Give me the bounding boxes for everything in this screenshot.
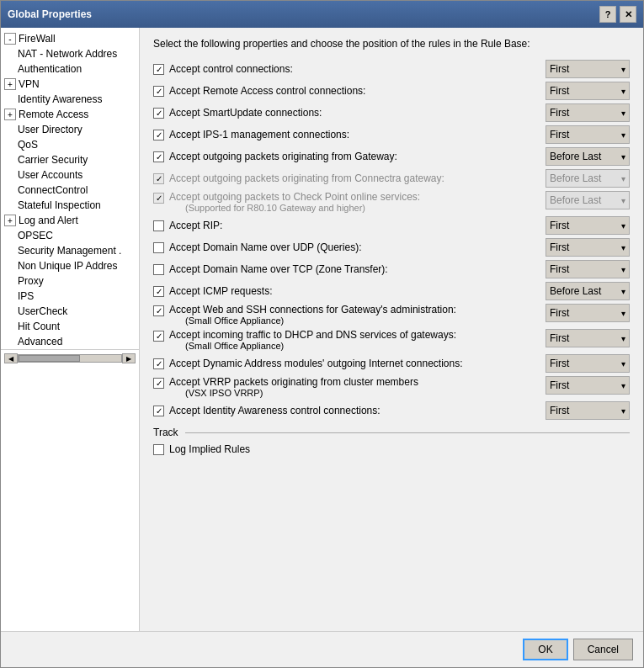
rule-control-connections: Accept control connections: First ▾ bbox=[153, 60, 630, 78]
sidebar-item-label: Stateful Inspection bbox=[18, 199, 101, 211]
checkbox-dynamic-address[interactable] bbox=[153, 358, 164, 369]
subtext-web-ssh: (Small Office Appliance) bbox=[169, 315, 456, 326]
separator-line bbox=[185, 432, 630, 433]
dropdown-identity-awareness-control[interactable]: First ▾ bbox=[546, 401, 630, 420]
checkbox-identity-awareness-control[interactable] bbox=[153, 406, 164, 416]
dropdown-smartupdate[interactable]: First ▾ bbox=[546, 103, 630, 122]
sidebar-item-security-management[interactable]: Security Management . bbox=[1, 243, 139, 258]
dialog-footer: OK Cancel bbox=[1, 631, 643, 667]
chevron-down-icon: ▾ bbox=[621, 334, 625, 343]
checkbox-vrrp[interactable] bbox=[153, 378, 164, 389]
chevron-down-icon: ▾ bbox=[621, 174, 625, 183]
rule-identity-awareness-control: Accept Identity Awareness control connec… bbox=[153, 401, 630, 420]
subtext-vrrp: (VSX IPSO VRRP) bbox=[169, 388, 418, 398]
expand-icon-log-and-alert: + bbox=[4, 215, 16, 226]
rule-outgoing-connectra: Accept outgoing packets originating from… bbox=[153, 169, 630, 188]
checkbox-dns-tcp[interactable] bbox=[153, 264, 164, 275]
title-bar: Global Properties ? ✕ bbox=[1, 1, 643, 28]
dropdown-ips1-management[interactable]: First ▾ bbox=[546, 125, 630, 144]
dropdown-value: First bbox=[550, 241, 569, 253]
dropdown-value: First bbox=[550, 332, 569, 344]
label-icmp: Accept ICMP requests: bbox=[169, 285, 546, 297]
dropdown-dns-tcp[interactable]: First ▾ bbox=[546, 260, 630, 278]
close-button[interactable]: ✕ bbox=[620, 6, 636, 23]
checkbox-outgoing-gateway[interactable] bbox=[153, 151, 164, 162]
sidebar-item-vpn[interactable]: + VPN bbox=[1, 77, 139, 92]
dropdown-value: First bbox=[550, 129, 569, 140]
sidebar-item-log-and-alert[interactable]: + Log and Alert bbox=[1, 213, 139, 228]
main-content: Select the following properties and choo… bbox=[140, 28, 643, 631]
dropdown-value: First bbox=[550, 63, 569, 75]
rule-remote-access-control: Accept Remote Access control connections… bbox=[153, 82, 630, 100]
sidebar-item-user-accounts[interactable]: User Accounts bbox=[1, 167, 139, 183]
dropdown-control-connections[interactable]: First ▾ bbox=[546, 60, 630, 78]
sidebar-item-proxy[interactable]: Proxy bbox=[1, 273, 139, 289]
checkbox-control-connections[interactable] bbox=[153, 64, 164, 75]
dropdown-dhcp-dns[interactable]: First ▾ bbox=[546, 329, 630, 347]
dropdown-remote-access-control[interactable]: First ▾ bbox=[546, 82, 630, 100]
dropdown-rip[interactable]: First ▾ bbox=[546, 216, 630, 235]
scroll-left-btn[interactable]: ◀ bbox=[4, 353, 18, 363]
sidebar-item-label: Non Unique IP Addres bbox=[18, 260, 118, 272]
label-outgoing-gateway: Accept outgoing packets originating from… bbox=[169, 151, 546, 162]
sidebar-item-non-unique-ip[interactable]: Non Unique IP Addres bbox=[1, 258, 139, 273]
label-web-ssh: Accept Web and SSH connections for Gatew… bbox=[169, 304, 456, 315]
label-outgoing-checkpoint: Accept outgoing packets to Check Point o… bbox=[169, 191, 420, 203]
sidebar-item-connectcontrol[interactable]: ConnectControl bbox=[1, 183, 139, 198]
sidebar-item-advanced[interactable]: Advanced bbox=[1, 334, 139, 349]
checkbox-dhcp-dns[interactable] bbox=[153, 331, 164, 342]
checkbox-log-implied-rules[interactable] bbox=[153, 444, 164, 455]
sidebar-item-opsec[interactable]: OPSEC bbox=[1, 228, 139, 243]
label-dns-tcp: Accept Domain Name over TCP (Zone Transf… bbox=[169, 263, 546, 275]
dropdown-dynamic-address[interactable]: First ▾ bbox=[546, 354, 630, 373]
sidebar-item-identity-awareness[interactable]: Identity Awareness bbox=[1, 92, 139, 107]
dropdown-outgoing-connectra[interactable]: Before Last ▾ bbox=[546, 169, 630, 188]
dropdown-web-ssh[interactable]: First ▾ bbox=[546, 304, 630, 322]
checkbox-outgoing-checkpoint[interactable] bbox=[153, 193, 164, 204]
sidebar-item-label: QoS bbox=[18, 139, 38, 151]
sidebar-item-carrier-security[interactable]: Carrier Security bbox=[1, 152, 139, 167]
sidebar-item-qos[interactable]: QoS bbox=[1, 137, 139, 152]
dropdown-vrrp[interactable]: First ▾ bbox=[546, 376, 630, 395]
sidebar-item-usercheck[interactable]: UserCheck bbox=[1, 304, 139, 319]
sidebar-item-user-directory[interactable]: User Directory bbox=[1, 122, 139, 137]
label-outgoing-connectra: Accept outgoing packets originating from… bbox=[169, 172, 546, 184]
checkbox-smartupdate[interactable] bbox=[153, 108, 164, 119]
sidebar-item-stateful-inspection[interactable]: Stateful Inspection bbox=[1, 198, 139, 213]
dropdown-outgoing-checkpoint[interactable]: Before Last ▾ bbox=[546, 191, 630, 209]
dropdown-value: Before Last bbox=[550, 285, 601, 297]
expand-icon-vpn: + bbox=[4, 78, 16, 90]
dropdown-icmp[interactable]: Before Last ▾ bbox=[546, 282, 630, 300]
checkbox-icmp[interactable] bbox=[153, 286, 164, 297]
chevron-down-icon: ▾ bbox=[621, 359, 625, 368]
dropdown-value: First bbox=[550, 405, 569, 416]
checkbox-web-ssh[interactable] bbox=[153, 305, 164, 316]
chevron-down-icon: ▾ bbox=[621, 87, 625, 96]
scroll-right-btn[interactable]: ▶ bbox=[122, 353, 136, 363]
sidebar-item-label: Advanced bbox=[18, 336, 62, 347]
sidebar-item-remote-access[interactable]: + Remote Access bbox=[1, 107, 139, 122]
checkbox-rip[interactable] bbox=[153, 220, 164, 231]
dropdown-outgoing-gateway[interactable]: Before Last ▾ bbox=[546, 147, 630, 166]
sidebar-item-authentication[interactable]: Authentication bbox=[1, 61, 139, 77]
dropdown-value: Before Last bbox=[550, 194, 601, 206]
sidebar-item-nat[interactable]: NAT - Network Addres bbox=[1, 46, 139, 61]
dropdown-value: First bbox=[550, 85, 569, 97]
cancel-button[interactable]: Cancel bbox=[573, 639, 633, 660]
checkbox-remote-access-control[interactable] bbox=[153, 86, 164, 97]
sidebar-item-firewall[interactable]: - FireWall bbox=[1, 31, 139, 46]
sidebar-item-label: Hit Count bbox=[18, 321, 60, 332]
checkbox-outgoing-connectra[interactable] bbox=[153, 173, 164, 184]
checkbox-ips1-management[interactable] bbox=[153, 130, 164, 140]
chevron-down-icon: ▾ bbox=[621, 152, 625, 162]
ok-button[interactable]: OK bbox=[523, 639, 567, 660]
chevron-down-icon: ▾ bbox=[621, 265, 625, 274]
sidebar-item-hit-count[interactable]: Hit Count bbox=[1, 319, 139, 334]
help-button[interactable]: ? bbox=[599, 6, 616, 23]
sidebar-item-label: Proxy bbox=[18, 275, 44, 287]
dropdown-value: First bbox=[550, 379, 569, 391]
checkbox-dns-udp[interactable] bbox=[153, 242, 164, 253]
sidebar-item-ips[interactable]: IPS bbox=[1, 289, 139, 304]
dropdown-dns-udp[interactable]: First ▾ bbox=[546, 238, 630, 257]
label-web-ssh-container: Accept Web and SSH connections for Gatew… bbox=[169, 304, 456, 326]
